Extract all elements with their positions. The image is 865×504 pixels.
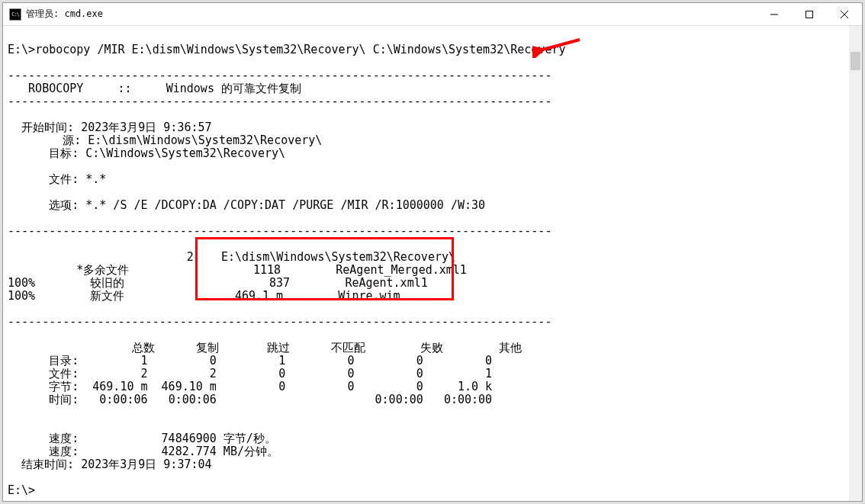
- stats-time-c2: 0:00:06: [169, 393, 217, 406]
- older-label: 较旧的: [90, 276, 124, 290]
- hr-mid3: ----------------------------------------…: [8, 315, 551, 329]
- stats-files-label: 文件:: [49, 367, 79, 380]
- stats-files-c6: 1: [485, 367, 492, 380]
- hr-mid1: ----------------------------------------…: [8, 95, 551, 108]
- stats-hdr-mismatch: 不匹配: [331, 341, 365, 355]
- minimize-button[interactable]: [757, 3, 792, 25]
- options-label: 选项:: [49, 198, 79, 212]
- extra-file-name: ReAgent_Merged.xml1: [336, 263, 467, 277]
- prompt-final: E:\>: [8, 483, 35, 497]
- speed1-label: 速度:: [49, 432, 79, 445]
- stats-dirs-c3: 1: [278, 354, 285, 368]
- stats-time-c5: 0:00:00: [375, 393, 423, 406]
- scrollbar[interactable]: [849, 26, 862, 501]
- end-time-label: 结束时间:: [21, 457, 74, 471]
- hr-top: ----------------------------------------…: [8, 69, 551, 82]
- stats-dirs-label: 目录:: [49, 354, 79, 368]
- stats-bytes-c6: 1.0 k: [458, 380, 492, 393]
- speed2-label: 速度:: [49, 445, 79, 458]
- start-time-value: 2023年3月9日 9:36:57: [81, 120, 211, 134]
- stats-hdr-failed: 失败: [420, 341, 443, 355]
- minimize-icon: [770, 11, 778, 18]
- stats-files-c1: 2: [141, 367, 148, 380]
- stats-bytes-c2: 469.10 m: [162, 380, 217, 393]
- stats-files-c3: 0: [278, 367, 285, 380]
- hr-mid2: ----------------------------------------…: [8, 224, 551, 238]
- stats-bytes-c3: 0: [278, 380, 285, 393]
- source-value: E:\dism\Windows\System32\Recovery\: [88, 133, 322, 147]
- close-button[interactable]: [827, 3, 862, 25]
- stats-files-c2: 2: [210, 367, 217, 380]
- end-time-value: 2023年3月9日 9:37:04: [81, 457, 211, 471]
- svg-rect-0: [806, 11, 813, 18]
- scrollbar-thumb[interactable]: [851, 52, 860, 70]
- cmd-window: C:\ 管理员: cmd.exe E:\>robocopy /MIR E:\di…: [2, 2, 863, 502]
- newfile-size: 469.1 m: [235, 289, 283, 303]
- command-text: robocopy /MIR E:\dism\Windows\System32\R…: [35, 43, 565, 56]
- newfile-name: Winre.wim: [338, 289, 400, 303]
- cmd-icon: C:\: [9, 8, 21, 21]
- prompt: E:\>: [8, 43, 35, 56]
- stats-dirs-c6: 0: [485, 354, 492, 368]
- files-label: 文件:: [49, 172, 79, 186]
- stats-dirs-c1: 1: [141, 354, 148, 368]
- terminal-output[interactable]: E:\>robocopy /MIR E:\dism\Windows\System…: [8, 30, 848, 498]
- stats-hdr-total: 总数: [132, 341, 155, 355]
- stats-dirs-c5: 0: [416, 354, 423, 368]
- newfile-label: 新文件: [90, 289, 124, 303]
- stats-time-label: 时间:: [49, 393, 79, 406]
- header-sep: ::: [118, 82, 132, 95]
- stats-hdr-copied: 复制: [196, 341, 219, 355]
- older-name: ReAgent.xml1: [345, 276, 427, 290]
- source-label: 源:: [63, 133, 81, 147]
- window-title: 管理员: cmd.exe: [26, 8, 103, 21]
- extra-file-label: *多余文件: [76, 263, 129, 277]
- stats-time-c6: 0:00:00: [444, 393, 492, 406]
- stats-bytes-c5: 0: [416, 380, 423, 393]
- speed1-value: 74846900 字节/秒。: [162, 432, 276, 445]
- percent-b: 100%: [8, 289, 35, 303]
- options-value: *.* /S /E /DCOPY:DA /COPY:DAT /PURGE /MI…: [85, 198, 485, 212]
- extra-file-size: 1118: [253, 263, 281, 277]
- percent-a: 100%: [8, 276, 35, 290]
- stats-hdr-other: 其他: [499, 341, 522, 355]
- dir-path: E:\dism\Windows\System32\Recovery\: [221, 250, 455, 264]
- speed2-value: 4282.774 MB/分钟。: [162, 445, 278, 458]
- start-time-label: 开始时间:: [21, 120, 74, 134]
- maximize-button[interactable]: [792, 3, 827, 25]
- terminal-client: E:\>robocopy /MIR E:\dism\Windows\System…: [3, 26, 862, 501]
- window-buttons: [757, 3, 862, 25]
- close-icon: [841, 11, 848, 18]
- stats-dirs-c2: 0: [210, 354, 217, 368]
- header-desc: Windows 的可靠文件复制: [166, 82, 301, 95]
- dest-value: C:\Windows\System32\Recovery\: [85, 146, 285, 160]
- header-label: ROBOCOPY: [28, 82, 83, 95]
- stats-hdr-skipped: 跳过: [267, 341, 290, 355]
- stats-time-c1: 0:00:06: [99, 393, 147, 406]
- stats-bytes-c1: 469.10 m: [92, 380, 147, 393]
- maximize-icon: [806, 11, 813, 18]
- older-size: 837: [269, 276, 290, 290]
- stats-bytes-label: 字节:: [49, 380, 79, 393]
- dest-label: 目标:: [49, 146, 79, 160]
- title-bar[interactable]: C:\ 管理员: cmd.exe: [3, 3, 862, 26]
- stats-files-c5: 0: [416, 367, 423, 380]
- files-value: *.*: [85, 172, 106, 186]
- dir-count: 2: [187, 250, 194, 264]
